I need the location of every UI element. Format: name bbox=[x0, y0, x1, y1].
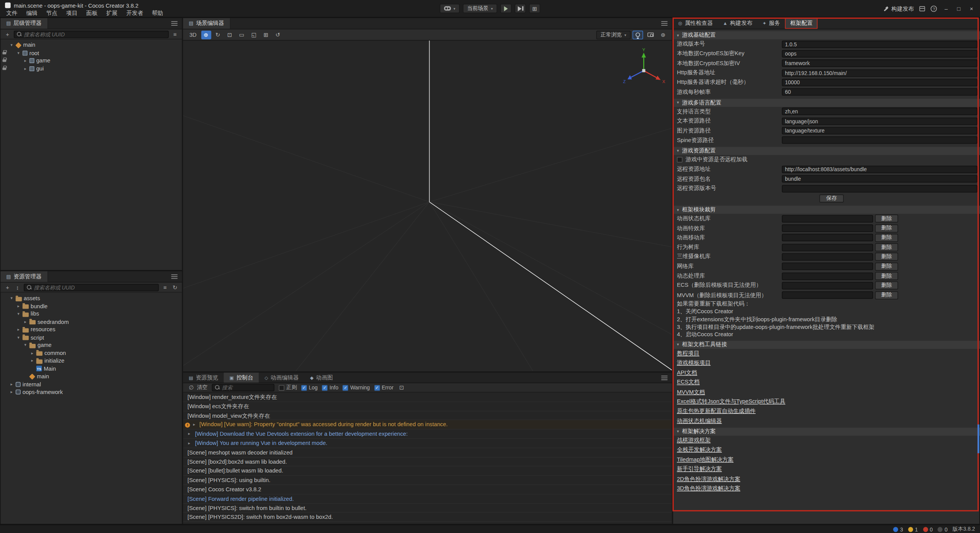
menu-item[interactable]: 扩展 bbox=[102, 9, 122, 17]
inspector-tab[interactable]: 构建发布 bbox=[718, 18, 758, 29]
menu-item[interactable]: 面板 bbox=[82, 9, 102, 17]
asset-node[interactable]: ▾assets bbox=[1, 294, 182, 302]
console-search[interactable] bbox=[212, 384, 274, 391]
delete-button[interactable]: 删除 bbox=[875, 243, 898, 251]
console-tab[interactable]: 动画图 bbox=[304, 373, 338, 383]
doc-link[interactable]: 战棋游戏框架 bbox=[677, 437, 710, 445]
delete-button[interactable]: 删除 bbox=[875, 234, 898, 242]
log-row[interactable]: [Scene] [bullet]:bullet wasm lib loaded. bbox=[183, 467, 672, 476]
expand-arrow-icon[interactable]: ▸ bbox=[23, 66, 27, 71]
doc-link[interactable]: 动画状态机编辑器 bbox=[677, 417, 722, 425]
device-select[interactable]: ▾ bbox=[440, 4, 460, 13]
console-filter[interactable]: Info bbox=[322, 384, 338, 391]
scale-tool-button[interactable] bbox=[225, 30, 235, 39]
asset-node[interactable]: ▾script bbox=[1, 334, 182, 341]
section-header[interactable]: ▾框架模块裁剪 bbox=[673, 206, 980, 214]
field-input[interactable] bbox=[782, 108, 977, 116]
field-input[interactable] bbox=[782, 175, 977, 183]
asset-node[interactable]: ▸seedrandom bbox=[1, 318, 182, 325]
console-tab[interactable]: 动画编辑器 bbox=[259, 373, 304, 383]
panel-menu-icon[interactable] bbox=[171, 276, 177, 277]
hierarchy-node[interactable]: ▾main bbox=[1, 41, 182, 49]
expand-arrow-icon[interactable]: ▾ bbox=[16, 335, 20, 340]
hierarchy-node[interactable]: ▸gui bbox=[1, 65, 182, 72]
save-button[interactable]: 保存 bbox=[819, 195, 844, 203]
expand-arrow-icon[interactable]: ▸ bbox=[16, 304, 20, 309]
log-row[interactable]: ▸[Window] You are running Vue in develop… bbox=[183, 439, 672, 448]
console-tab[interactable]: 控制台 bbox=[224, 373, 259, 383]
log-row[interactable]: [Scene] Cocos Creator v3.8.2 bbox=[183, 485, 672, 494]
expand-arrow-icon[interactable]: ▸ bbox=[30, 358, 34, 363]
lighting-toggle-button[interactable] bbox=[632, 30, 643, 39]
checkbox-icon[interactable] bbox=[343, 385, 348, 391]
expand-arrow-icon[interactable]: ▸ bbox=[9, 382, 13, 387]
doc-link[interactable]: 2D角色扮演游戏解决方案 bbox=[677, 475, 740, 483]
console-filter[interactable]: Error bbox=[374, 384, 393, 391]
hierarchy-tab[interactable]: 层级管理器 bbox=[1, 18, 48, 29]
asset-node[interactable]: ▸common bbox=[1, 349, 182, 357]
asset-node[interactable]: ▸internal bbox=[1, 380, 182, 388]
console-tab[interactable]: 资源预览 bbox=[183, 373, 224, 383]
mode-3d-button[interactable]: 3D bbox=[187, 30, 199, 39]
orientation-gizmo[interactable]: Y X Z bbox=[621, 47, 667, 88]
expand-arrow-icon[interactable]: ▸ bbox=[188, 430, 190, 439]
delete-button[interactable]: 删除 bbox=[875, 262, 898, 270]
delete-button[interactable]: 删除 bbox=[875, 214, 898, 222]
asset-node[interactable]: ▸resources bbox=[1, 326, 182, 334]
log-row[interactable]: [Scene] [PHYSICS2D]: switch from box2d-w… bbox=[183, 513, 672, 522]
minimize-button[interactable]: – bbox=[942, 6, 949, 12]
package-icon[interactable] bbox=[920, 6, 925, 11]
anchor-tool-button[interactable] bbox=[249, 30, 259, 39]
doc-link[interactable]: Excel格式转Json文件与TypeScript代码工具 bbox=[677, 397, 785, 405]
doc-link[interactable]: 教程项目 bbox=[677, 350, 699, 358]
checkbox-icon[interactable] bbox=[279, 385, 284, 391]
expand-arrow-icon[interactable]: ▸ bbox=[9, 390, 13, 395]
regex-toggle[interactable]: 正则 bbox=[279, 384, 297, 391]
expand-arrow-icon[interactable]: ▾ bbox=[16, 51, 20, 56]
help-icon[interactable] bbox=[931, 6, 937, 12]
plus-icon[interactable] bbox=[4, 284, 11, 290]
refresh-icon[interactable] bbox=[171, 284, 179, 290]
section-header[interactable]: ▾游戏多语言配置 bbox=[673, 99, 980, 107]
asset-node[interactable]: ▸oops-framework bbox=[1, 388, 182, 396]
snap-grid-button[interactable] bbox=[261, 30, 271, 39]
field-input[interactable] bbox=[782, 50, 977, 58]
move-tool-button[interactable] bbox=[201, 30, 211, 39]
checkbox-icon[interactable] bbox=[322, 385, 328, 391]
checkbox-icon[interactable] bbox=[374, 385, 380, 391]
section-header[interactable]: ▾游戏基础配置 bbox=[673, 31, 980, 39]
checkbox-icon[interactable] bbox=[301, 385, 307, 391]
expand-arrow-icon[interactable]: ▾ bbox=[16, 311, 20, 316]
field-input[interactable] bbox=[782, 136, 977, 144]
menu-item[interactable]: 编辑 bbox=[22, 9, 42, 17]
panel-menu-icon[interactable] bbox=[661, 23, 667, 24]
scene-settings-button[interactable] bbox=[658, 30, 668, 39]
panel-menu-icon[interactable] bbox=[661, 377, 667, 378]
expand-arrow-icon[interactable]: ▾ bbox=[9, 296, 13, 301]
expand-arrow-icon[interactable]: ▸ bbox=[30, 351, 34, 356]
doc-link[interactable]: Tiledmap地图解决方案 bbox=[677, 456, 733, 464]
hierarchy-node[interactable]: ▾root bbox=[1, 49, 182, 57]
menu-item[interactable]: 项目 bbox=[62, 9, 82, 17]
expand-arrow-icon[interactable]: ▸ bbox=[23, 319, 27, 324]
doc-link[interactable]: 原生包热更新配置自动生成插件 bbox=[677, 407, 756, 415]
panel-menu-icon[interactable] bbox=[171, 23, 177, 24]
asset-node[interactable]: ▸bundle bbox=[1, 302, 182, 310]
scene-viewport[interactable]: Y X Z bbox=[183, 41, 672, 371]
scene-select[interactable]: 当前场景 ▾ bbox=[463, 4, 497, 13]
delete-button[interactable]: 删除 bbox=[875, 224, 898, 232]
delete-button[interactable]: 删除 bbox=[875, 291, 898, 299]
log-row[interactable]: [Scene] meshopt wasm decoder initialized bbox=[183, 448, 672, 457]
log-row[interactable]: [Scene] Forward render pipeline initiali… bbox=[183, 494, 672, 504]
close-button[interactable]: × bbox=[968, 6, 975, 12]
doc-link[interactable]: MVVM文档 bbox=[677, 388, 705, 396]
warning-count[interactable]: 1 bbox=[908, 526, 918, 532]
doc-link[interactable]: 新手引导解决方案 bbox=[677, 465, 722, 473]
console-filter[interactable]: Warning bbox=[343, 384, 370, 391]
inspector-tab[interactable]: 框架配置 bbox=[785, 18, 818, 29]
field-input[interactable] bbox=[782, 165, 977, 173]
asset-node[interactable]: ▾game bbox=[1, 341, 182, 349]
expand-arrow-icon[interactable]: ▸ bbox=[23, 58, 27, 63]
inspector-tab[interactable]: 服务 bbox=[758, 18, 785, 29]
filter-icon[interactable] bbox=[161, 284, 169, 290]
